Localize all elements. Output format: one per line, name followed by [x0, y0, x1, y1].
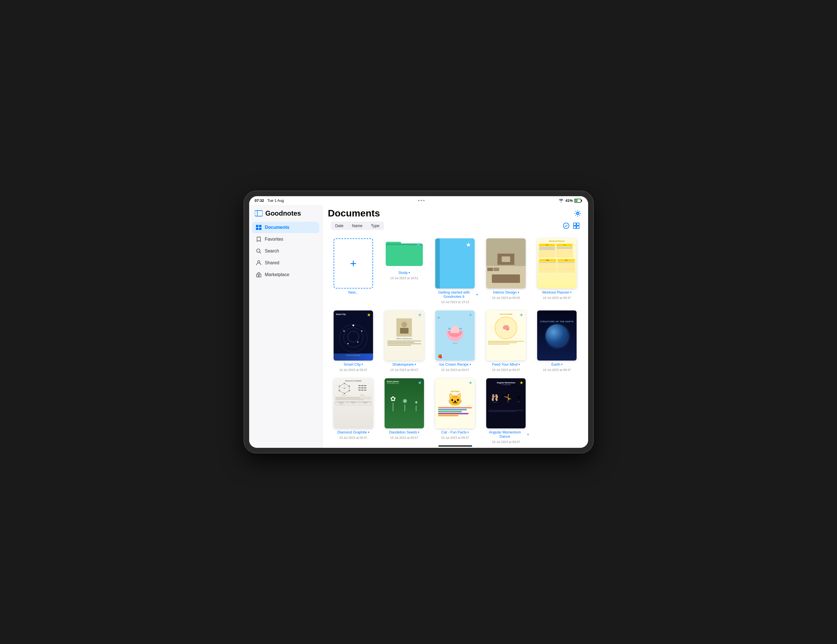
shakespeare-art: ★ William Shakespeare [384, 310, 424, 361]
chevron-down-icon: ▾ [518, 291, 519, 294]
workout-planner-thumbnail[interactable]: Workout Planner MON TUE [537, 238, 576, 288]
sidebar-item-search-label: Search [265, 249, 279, 254]
settings-icon[interactable] [574, 210, 581, 217]
svg-rect-24 [386, 245, 423, 266]
sidebar-navigation: Documents Favorites [249, 222, 322, 280]
list-item[interactable]: ★ Cat Facts 🐱 [432, 378, 478, 443]
svg-point-28 [349, 390, 350, 391]
list-item[interactable]: ★ Angular Momentum of a Rigid Body 🩰 spr… [483, 378, 529, 443]
grid-view-button[interactable] [573, 222, 580, 229]
svg-point-30 [339, 390, 340, 391]
sidebar-item-marketplace[interactable]: Marketplace [252, 269, 319, 280]
chevron-down-icon: ▾ [361, 363, 363, 366]
svg-point-40 [362, 385, 363, 386]
cat-fun-facts-thumbnail[interactable]: ★ Cat Facts 🐱 [435, 378, 475, 428]
document-date: 19 Jul 2023 at 09:55 [492, 296, 520, 300]
list-item[interactable]: ★ Strawberry [432, 310, 478, 372]
dandelion-seeds-label: Dandelion Seeds [389, 430, 417, 434]
feed-your-mind-art: ★ Feed Your Mind 🧠 [486, 310, 526, 361]
svg-rect-13 [258, 275, 259, 276]
document-name: Ice Cream Recipe ▾ [439, 362, 471, 367]
person-icon [256, 260, 261, 266]
smart-city-label: Smart City [344, 362, 361, 367]
app-title: Goodnotes [266, 210, 301, 217]
earth-art: Structure of the Earth [537, 310, 576, 361]
chevron-down-icon: ▾ [418, 431, 419, 434]
new-document-thumbnail[interactable]: + [334, 238, 373, 288]
smart-city-thumbnail[interactable]: ★ Smart City [334, 310, 373, 361]
documents-grid: + New... [322, 233, 588, 443]
documents-icon [256, 224, 261, 230]
smart-city-text: Smart City [336, 313, 365, 316]
document-date: 19 Jul 2023 at 09:47 [543, 296, 571, 300]
ipad-screen: 07:32 Tue 1 Aug 41% [249, 196, 588, 448]
sidebar-item-search[interactable]: Search [252, 246, 319, 257]
dot2 [421, 200, 422, 201]
chevron-down-icon: ▾ [476, 293, 478, 296]
sidebar-toggle-icon[interactable] [255, 210, 263, 216]
sidebar-item-documents[interactable]: Documents [252, 222, 319, 233]
document-name: Earth ▾ [551, 362, 563, 367]
clock: 07:32 [255, 198, 264, 203]
chevron-down-icon: ▾ [467, 431, 469, 434]
select-button[interactable] [563, 222, 569, 229]
svg-rect-1 [581, 200, 582, 202]
angular-momentum-thumbnail[interactable]: ★ Angular Momentum of a Rigid Body 🩰 spr… [486, 378, 526, 428]
list-item[interactable]: Structure of the Earth Earth ▾ [534, 310, 580, 372]
interior-design-thumbnail[interactable] [486, 238, 526, 288]
workout-art: Workout Planner MON TUE [537, 238, 576, 288]
svg-rect-20 [576, 226, 579, 229]
svg-line-35 [339, 386, 344, 388]
list-item[interactable]: ★ Getting started with Goodnotes 6 ▾ 19 … [432, 238, 478, 304]
sort-type-button[interactable]: Type [367, 222, 383, 229]
svg-rect-17 [573, 223, 576, 225]
list-item[interactable]: Diamond & Graphite [331, 378, 376, 443]
interior-room-art [486, 238, 526, 288]
svg-rect-8 [259, 228, 261, 230]
chevron-down-icon: ▾ [570, 291, 571, 294]
ice-cream-label: Ice Cream Recipe [439, 362, 468, 367]
svg-point-29 [344, 393, 345, 394]
document-date: 19 Jul 2023 at 09:47 [492, 440, 520, 443]
status-bar: 07:32 Tue 1 Aug 41% [249, 196, 588, 205]
star-badge: ★ [418, 312, 422, 318]
svg-point-11 [258, 261, 260, 263]
earth-thumbnail[interactable]: Structure of the Earth [537, 310, 576, 361]
list-item[interactable]: ★ Study ▾ 19 Jul 2023 at 18:51 [381, 238, 427, 304]
battery-icon [574, 199, 582, 203]
sort-date-button[interactable]: Date [332, 222, 348, 229]
cat-fun-facts-label: Cat - Fun Facts [441, 430, 467, 434]
dot3 [423, 200, 425, 201]
star-badge: ★ [367, 312, 371, 318]
notebook-spine [435, 238, 440, 288]
ice-cream-art: ★ Strawberry [435, 310, 475, 361]
dandelion-seeds-thumbnail[interactable]: ★ Smart plants: The dandelion story ✿ [384, 378, 424, 428]
sidebar-item-favorites[interactable]: Favorites [252, 234, 319, 245]
getting-started-thumbnail[interactable]: ★ [435, 238, 475, 288]
ice-cream-thumbnail[interactable]: ★ Strawberry [435, 310, 475, 361]
document-name: Angular Momentum Dance ▾ [483, 430, 529, 439]
dandelion-title: Smart plants: [387, 380, 422, 382]
document-name: Study ▾ [398, 270, 410, 275]
diamond-graphite-thumbnail[interactable]: Diamond & Graphite [334, 378, 373, 428]
list-item[interactable]: ★ Smart City [331, 310, 376, 372]
chevron-down-icon: ▾ [561, 363, 563, 366]
shakespeare-thumbnail[interactable]: ★ William Shakespeare [384, 310, 424, 361]
list-item[interactable]: Interior Design ▾ 19 Jul 2023 at 09:55 [483, 238, 529, 304]
list-item[interactable]: + New... [331, 238, 376, 304]
svg-line-10 [259, 252, 261, 253]
top-center-indicator [418, 200, 425, 201]
page-title: Documents [328, 208, 380, 219]
document-name: Dandelion Seeds ▾ [389, 430, 419, 434]
feed-your-mind-thumbnail[interactable]: ★ Feed Your Mind 🧠 [486, 310, 526, 361]
list-item[interactable]: ★ William Shakespeare [381, 310, 427, 372]
sidebar-item-shared-label: Shared [265, 261, 279, 265]
status-right: 41% [558, 198, 582, 203]
list-item[interactable]: Workout Planner MON TUE [534, 238, 580, 304]
list-item[interactable]: ★ Feed Your Mind 🧠 [483, 310, 529, 372]
list-item[interactable]: ★ Smart plants: The dandelion story ✿ [381, 378, 427, 443]
study-folder-thumbnail[interactable]: ★ [384, 238, 424, 269]
sort-name-button[interactable]: Name [348, 222, 366, 229]
svg-rect-12 [256, 274, 261, 277]
sidebar-item-shared[interactable]: Shared [252, 257, 319, 269]
